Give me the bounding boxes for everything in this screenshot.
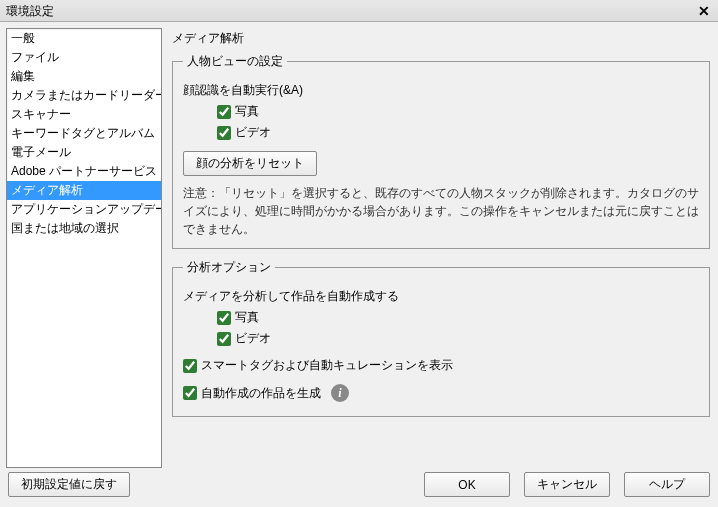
cancel-button[interactable]: キャンセル — [524, 472, 610, 497]
people-view-group: 人物ビューの設定 顔認識を自動実行(&A) 写真 ビデオ 顔の分析をリセット 注… — [172, 53, 710, 249]
smart-tags-row: スマートタグおよび自動キュレーションを表示 — [183, 357, 699, 374]
restore-defaults-button[interactable]: 初期設定値に戻す — [8, 472, 130, 497]
analysis-options-group: 分析オプション メディアを分析して作品を自動作成する 写真 ビデオ スマートタグ… — [172, 259, 710, 417]
smart-tags-checkbox[interactable] — [183, 359, 197, 373]
sidebar-item-keyword[interactable]: キーワードタグとアルバム — [7, 124, 161, 143]
analysis-video-row: ビデオ — [183, 330, 699, 347]
analysis-video-checkbox[interactable] — [217, 332, 231, 346]
sidebar-item-email[interactable]: 電子メール — [7, 143, 161, 162]
info-icon[interactable]: i — [331, 384, 349, 402]
analysis-photo-label: 写真 — [235, 309, 259, 326]
titlebar: 環境設定 ✕ — [0, 0, 718, 22]
sidebar-item-scanner[interactable]: スキャナー — [7, 105, 161, 124]
face-auto-label-row: 顔認識を自動実行(&A) — [183, 82, 699, 99]
reset-note: 注意：「リセット」を選択すると、既存のすべての人物スタックが削除されます。カタロ… — [183, 184, 699, 238]
people-view-legend: 人物ビューの設定 — [183, 53, 287, 70]
page-title: メディア解析 — [172, 30, 710, 47]
sidebar-item-camera[interactable]: カメラまたはカードリーダー — [7, 86, 161, 105]
people-photo-row: 写真 — [183, 103, 699, 120]
reset-row: 顔の分析をリセット — [183, 151, 699, 176]
sidebar-item-general[interactable]: 一般 — [7, 29, 161, 48]
sidebar-item-media-analysis[interactable]: メディア解析 — [7, 181, 161, 200]
generate-label: 自動作成の作品を生成 — [201, 385, 321, 402]
ok-button[interactable]: OK — [424, 472, 510, 497]
category-sidebar: 一般 ファイル 編集 カメラまたはカードリーダー スキャナー キーワードタグとア… — [6, 28, 162, 468]
close-icon[interactable]: ✕ — [696, 3, 712, 19]
smart-tags-label: スマートタグおよび自動キュレーションを表示 — [201, 357, 453, 374]
auto-create-label: メディアを分析して作品を自動作成する — [183, 288, 399, 305]
people-video-row: ビデオ — [183, 124, 699, 141]
people-video-checkbox[interactable] — [217, 126, 231, 140]
generate-checkbox[interactable] — [183, 386, 197, 400]
sidebar-item-file[interactable]: ファイル — [7, 48, 161, 67]
sidebar-item-app-update[interactable]: アプリケーションアップデート — [7, 200, 161, 219]
sidebar-item-adobe-partner[interactable]: Adobe パートナーサービス — [7, 162, 161, 181]
auto-create-label-row: メディアを分析して作品を自動作成する — [183, 288, 699, 305]
analysis-options-legend: 分析オプション — [183, 259, 275, 276]
analysis-photo-checkbox[interactable] — [217, 311, 231, 325]
dialog-body: 一般 ファイル 編集 カメラまたはカードリーダー スキャナー キーワードタグとア… — [0, 22, 718, 507]
button-row: 初期設定値に戻す OK キャンセル ヘルプ — [6, 468, 712, 501]
analysis-video-label: ビデオ — [235, 330, 271, 347]
main-panel: メディア解析 人物ビューの設定 顔認識を自動実行(&A) 写真 ビデオ 顔の分析… — [168, 28, 712, 468]
people-video-label: ビデオ — [235, 124, 271, 141]
window-title: 環境設定 — [6, 0, 54, 22]
face-auto-label: 顔認識を自動実行(&A) — [183, 82, 303, 99]
sidebar-item-region[interactable]: 国または地域の選択 — [7, 219, 161, 238]
people-photo-checkbox[interactable] — [217, 105, 231, 119]
help-button[interactable]: ヘルプ — [624, 472, 710, 497]
sidebar-item-edit[interactable]: 編集 — [7, 67, 161, 86]
reset-face-analysis-button[interactable]: 顔の分析をリセット — [183, 151, 317, 176]
analysis-photo-row: 写真 — [183, 309, 699, 326]
generate-row: 自動作成の作品を生成 i — [183, 384, 699, 402]
people-photo-label: 写真 — [235, 103, 259, 120]
